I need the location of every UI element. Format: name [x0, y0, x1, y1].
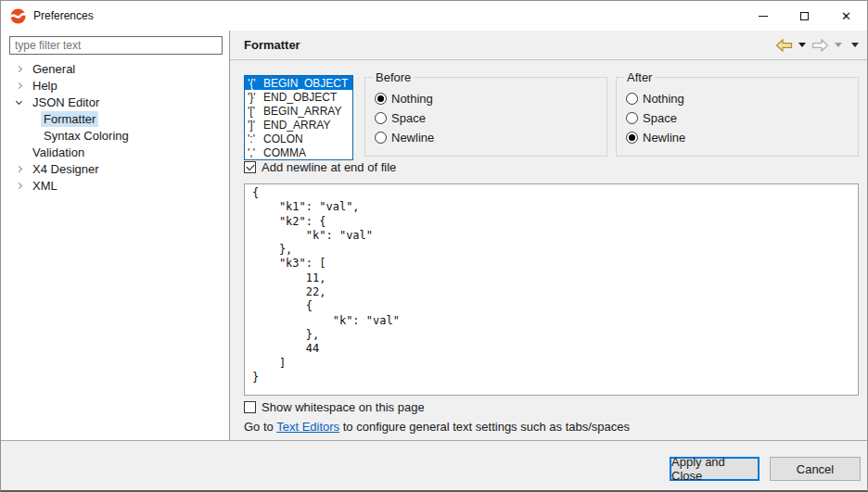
show-whitespace-checkbox[interactable]: Show whitespace on this page	[244, 400, 425, 414]
token-symbol: '['	[248, 105, 263, 118]
radio-icon[interactable]	[375, 112, 387, 124]
format-preview[interactable]: { "k1": "val", "k2": { "k": "val" }, "k3…	[244, 183, 859, 396]
maximize-button[interactable]	[784, 1, 825, 31]
token-name: END_OBJECT	[263, 91, 337, 104]
page-navigation	[775, 39, 859, 52]
tree-item-label: General	[30, 61, 78, 77]
token-item-end-array[interactable]: ']' END_ARRAY	[245, 118, 352, 132]
note-prefix: Go to	[244, 420, 276, 434]
tree-item-label: Syntax Coloring	[41, 128, 132, 144]
before-group-label: Before	[373, 70, 414, 84]
token-symbol: ','	[248, 146, 263, 159]
radio-icon[interactable]	[626, 132, 638, 144]
page-title: Formatter	[244, 38, 300, 52]
radio-label: Newline	[391, 131, 434, 145]
view-menu-icon[interactable]	[851, 43, 859, 47]
tree-item-json-editor[interactable]: JSON Editor	[2, 94, 229, 110]
radio-label: Space	[391, 111, 426, 125]
radio-label: Nothing	[643, 92, 684, 106]
filter-input[interactable]	[9, 36, 223, 55]
window-controls: ✕	[742, 1, 867, 31]
after-group: After Nothing Space Newline	[616, 77, 859, 157]
tree-item-label: Help	[30, 78, 60, 94]
back-history-menu-icon[interactable]	[798, 43, 806, 47]
title-bar: Preferences ✕	[1, 1, 867, 31]
before-nothing-radio[interactable]: Nothing	[375, 89, 606, 108]
radio-icon[interactable]	[375, 93, 387, 105]
text-editors-link[interactable]: Text Editors	[276, 420, 339, 434]
preferences-dialog: Preferences ✕ General Help JSON Editor	[0, 0, 868, 492]
preview-code: { "k1": "val", "k2": { "k": "val" }, "k3…	[245, 184, 858, 386]
token-name: COLON	[263, 132, 303, 145]
window-title: Preferences	[33, 9, 94, 22]
collapse-chevron-icon[interactable]	[15, 101, 30, 104]
page-header: Formatter	[230, 31, 868, 60]
after-group-label: After	[624, 70, 655, 84]
token-symbol: ':'	[248, 132, 263, 145]
after-space-radio[interactable]: Space	[626, 108, 858, 128]
checkbox-label: Add newline at end of file	[262, 160, 396, 174]
close-icon: ✕	[841, 10, 851, 22]
radio-label: Newline	[643, 131, 685, 145]
tree-item-label: XML	[30, 178, 60, 194]
radio-icon[interactable]	[626, 112, 638, 124]
checkbox-icon[interactable]	[244, 401, 256, 413]
tree-item-formatter[interactable]: Formatter	[2, 110, 229, 127]
tree-item-label: Formatter	[41, 111, 98, 127]
token-name: BEGIN_ARRAY	[263, 105, 341, 118]
preferences-sidebar: General Help JSON Editor Formatter Synta…	[2, 31, 230, 441]
checkbox-icon[interactable]	[244, 161, 256, 173]
app-icon	[10, 8, 26, 24]
back-arrow-icon[interactable]	[775, 39, 793, 52]
after-nothing-radio[interactable]: Nothing	[626, 89, 858, 108]
radio-label: Nothing	[391, 92, 433, 106]
close-button[interactable]: ✕	[825, 1, 867, 31]
preferences-tree: General Help JSON Editor Formatter Synta…	[2, 60, 229, 194]
cancel-button[interactable]: Cancel	[770, 457, 861, 481]
minimize-icon	[759, 16, 768, 17]
token-symbol: '{'	[248, 77, 263, 90]
before-space-radio[interactable]: Space	[375, 108, 606, 128]
radio-icon[interactable]	[626, 93, 638, 105]
token-item-end-object[interactable]: '}' END_OBJECT	[245, 90, 352, 104]
token-symbol: '}'	[248, 91, 263, 104]
token-name: COMMA	[263, 146, 306, 159]
radio-icon[interactable]	[375, 132, 387, 144]
token-name: END_ARRAY	[263, 119, 330, 132]
note-suffix: to configure general text settings such …	[339, 420, 630, 434]
tree-item-help[interactable]: Help	[2, 77, 229, 94]
tree-item-x4-designer[interactable]: X4 Designer	[2, 160, 229, 177]
forward-history-menu-icon[interactable]	[835, 43, 842, 47]
dialog-button-bar: Apply and Close Cancel	[1, 440, 867, 490]
apply-and-close-button[interactable]: Apply and Close	[670, 457, 760, 481]
token-list[interactable]: '{' BEGIN_OBJECT '}' END_OBJECT '[' BEGI…	[244, 75, 353, 160]
radio-label: Space	[643, 111, 677, 125]
token-item-begin-object[interactable]: '{' BEGIN_OBJECT	[245, 76, 352, 90]
token-item-colon[interactable]: ':' COLON	[245, 132, 352, 145]
maximize-icon	[800, 12, 809, 20]
expand-chevron-icon[interactable]	[15, 67, 30, 71]
expand-chevron-icon[interactable]	[15, 167, 30, 171]
token-name: BEGIN_OBJECT	[263, 77, 348, 90]
minimize-button[interactable]	[742, 1, 784, 31]
checkbox-label: Show whitespace on this page	[262, 400, 425, 414]
tree-item-label: Validation	[30, 145, 87, 160]
token-symbol: ']'	[248, 119, 263, 132]
tree-item-general[interactable]: General	[2, 60, 229, 77]
goto-text-editors-note: Go to Text Editors to configure general …	[244, 420, 630, 434]
token-item-begin-array[interactable]: '[' BEGIN_ARRAY	[245, 104, 352, 118]
expand-chevron-icon[interactable]	[15, 183, 30, 188]
tree-item-validation[interactable]: Validation	[2, 144, 229, 160]
forward-arrow-icon[interactable]	[811, 39, 829, 52]
tree-item-xml[interactable]: XML	[2, 177, 229, 194]
tree-item-label: JSON Editor	[30, 95, 102, 110]
tree-item-syntax-coloring[interactable]: Syntax Coloring	[2, 127, 229, 144]
add-newline-checkbox[interactable]: Add newline at end of file	[244, 160, 396, 174]
after-newline-radio[interactable]: Newline	[626, 128, 858, 147]
expand-chevron-icon[interactable]	[15, 83, 30, 88]
tree-item-label: X4 Designer	[30, 161, 102, 177]
formatter-page: Formatter '{' BEGIN_OBJECT '}' E	[230, 31, 868, 441]
before-group: Before Nothing Space Newline	[364, 77, 607, 157]
before-newline-radio[interactable]: Newline	[375, 128, 606, 147]
token-item-comma[interactable]: ',' COMMA	[245, 145, 352, 159]
